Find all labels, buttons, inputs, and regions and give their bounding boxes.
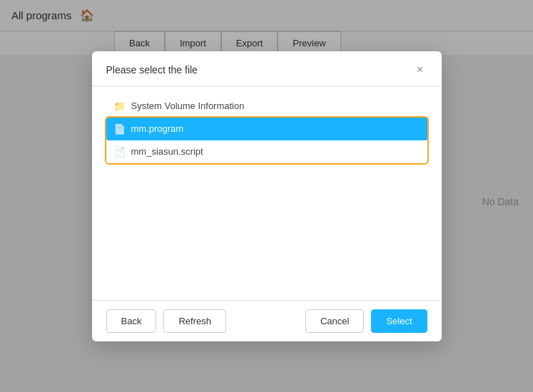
dialog-overlay: Please select the file × 📁 System Volume… [0, 0, 533, 392]
close-button[interactable]: × [413, 63, 427, 77]
footer-left: Back Refresh [106, 309, 226, 333]
folder-name: System Volume Information [131, 100, 245, 111]
file-name-1: mm_siasun.script [131, 146, 203, 157]
select-button[interactable]: Select [371, 309, 427, 333]
refresh-button[interactable]: Refresh [163, 309, 226, 333]
file-select-dialog: Please select the file × 📁 System Volume… [92, 51, 442, 341]
dialog-title: Please select the file [106, 64, 198, 76]
file-item-mm-program[interactable]: 📄 mm.program [106, 118, 427, 140]
cancel-button[interactable]: Cancel [305, 309, 364, 333]
dialog-header: Please select the file × [92, 51, 442, 86]
file-icon-1: 📄 [113, 146, 126, 158]
back-button[interactable]: Back [106, 309, 157, 333]
file-icon-0: 📄 [113, 123, 126, 135]
folder-item-system-volume[interactable]: 📁 System Volume Information [106, 95, 427, 118]
folder-icon: 📁 [113, 100, 126, 112]
footer-right: Cancel Select [305, 309, 427, 333]
file-item-mm-siasun[interactable]: 📄 mm_siasun.script [106, 140, 427, 163]
dialog-body: 📁 System Volume Information 📄 mm.program… [92, 86, 442, 300]
file-name-0: mm.program [131, 123, 184, 134]
dialog-footer: Back Refresh Cancel Select [92, 300, 442, 341]
file-group: 📄 mm.program 📄 mm_siasun.script [106, 118, 427, 163]
